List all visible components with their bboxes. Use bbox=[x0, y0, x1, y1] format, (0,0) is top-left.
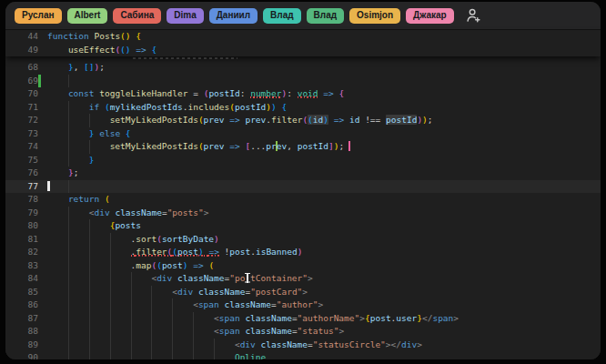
user-chip[interactable]: Сабина bbox=[113, 8, 161, 24]
code-text: <div className="posts"> bbox=[38, 207, 601, 220]
indent-guide bbox=[151, 339, 152, 352]
code-token: post bbox=[370, 313, 391, 323]
code-line[interactable]: 86 <span className="author"> bbox=[5, 298, 601, 312]
code-line[interactable]: 49 useEffect(() => { bbox=[5, 44, 601, 57]
line-number: 75 bbox=[5, 154, 38, 167]
indent-guide bbox=[214, 339, 215, 352]
code-token: ) bbox=[298, 247, 303, 257]
code-token: => bbox=[193, 260, 203, 270]
code-line[interactable]: 82 .filter((post) => !post.isBanned) bbox=[5, 246, 601, 259]
code-line[interactable]: 78 return ( bbox=[5, 193, 601, 207]
code-token: span bbox=[219, 313, 240, 323]
code-token: const bbox=[68, 88, 95, 98]
code-line[interactable]: 85 <div className="postCard"> bbox=[5, 286, 601, 299]
code-token: : bbox=[240, 88, 250, 98]
indent-guide bbox=[110, 246, 111, 259]
user-chip[interactable]: Osimjon bbox=[349, 8, 400, 24]
code-token: number bbox=[250, 88, 281, 98]
code-token bbox=[47, 62, 68, 72]
indent-guide bbox=[89, 272, 90, 286]
code-text: <span className="authorName">{post.user}… bbox=[38, 312, 601, 326]
code-text bbox=[38, 75, 601, 88]
indent-guide bbox=[68, 219, 69, 233]
indent-guide bbox=[68, 75, 69, 88]
user-chip[interactable]: Руслан bbox=[15, 8, 62, 24]
indent-guide bbox=[193, 312, 194, 326]
indent-guide bbox=[68, 339, 69, 352]
code-line[interactable]: 69 bbox=[5, 75, 601, 88]
user-chip[interactable]: Джакар bbox=[406, 8, 454, 24]
code-token: id bbox=[313, 115, 323, 125]
indent-guide bbox=[68, 207, 69, 220]
code-token: post bbox=[162, 260, 183, 270]
indent-guide bbox=[110, 298, 111, 312]
code-lines[interactable]: 68 }, []);6970 const toggleLikeHandler =… bbox=[5, 61, 601, 359]
code-token: post bbox=[177, 247, 198, 257]
code-token: => bbox=[323, 88, 333, 98]
code-line[interactable]: 90 Online bbox=[5, 351, 601, 359]
indent-guide bbox=[68, 286, 69, 299]
line-number: 44 bbox=[5, 30, 38, 44]
code-text: .filter((post) => !post.isBanned) bbox=[38, 246, 601, 259]
code-token: } bbox=[89, 155, 95, 165]
invite-user-button[interactable] bbox=[463, 5, 483, 25]
indent-guide bbox=[110, 312, 111, 326]
indent-guide bbox=[193, 351, 194, 359]
code-line[interactable]: 75 } bbox=[5, 154, 601, 167]
code-line[interactable]: 80 {posts bbox=[5, 219, 601, 233]
code-text: function Posts() { bbox=[38, 30, 601, 44]
code-text: if (mylikedPostIds.includes(postId)) { bbox=[38, 101, 601, 115]
user-chip[interactable]: Даниил bbox=[209, 8, 258, 24]
code-line[interactable]: 77 bbox=[5, 180, 601, 194]
code-line[interactable]: 88 <span className="status"> bbox=[5, 325, 601, 339]
indent-guide bbox=[68, 140, 69, 154]
code-text: <div className="potContainer"> bbox=[38, 272, 601, 286]
indent-guide bbox=[89, 233, 90, 247]
code-line[interactable]: 72 setMyLikedPostIds(prev => prev.filter… bbox=[5, 114, 601, 127]
code-token: { bbox=[338, 88, 344, 98]
code-token: map bbox=[136, 260, 151, 270]
code-token bbox=[47, 115, 110, 125]
code-token: => bbox=[334, 115, 344, 125]
code-token: </ bbox=[391, 339, 401, 349]
code-line[interactable]: 71 if (mylikedPostIds.includes(postId)) … bbox=[5, 101, 601, 115]
code-line[interactable]: 74 setMyLikedPostIds(prev => [...prev, p… bbox=[5, 140, 601, 154]
code-line[interactable]: 76 }; bbox=[5, 167, 601, 180]
code-token: className bbox=[115, 207, 161, 217]
code-text: const toggleLikeHandler = (postId: numbe… bbox=[38, 87, 601, 101]
code-token: Online bbox=[235, 352, 266, 359]
code-token: => bbox=[229, 141, 239, 151]
code-token: ev bbox=[277, 141, 287, 151]
code-token: </ bbox=[422, 313, 432, 323]
code-token: isBanned bbox=[256, 247, 298, 257]
sticky-scroll-lines[interactable]: 44function Posts() {49 useEffect(() => { bbox=[5, 30, 601, 56]
indent-guide bbox=[172, 312, 173, 326]
code-token: > bbox=[338, 326, 344, 336]
code-token: prev bbox=[245, 115, 266, 125]
code-line[interactable]: 89 <div className="statusCircle"></div> bbox=[5, 339, 601, 352]
user-chip[interactable]: Albert bbox=[67, 8, 108, 24]
user-chip[interactable]: Dima bbox=[167, 8, 203, 24]
code-line[interactable]: 79 <div className="posts"> bbox=[5, 207, 601, 220]
code-token: ) bbox=[198, 247, 204, 257]
code-text: }, []); bbox=[38, 61, 601, 75]
code-token: className bbox=[225, 299, 271, 309]
indent-guide bbox=[131, 325, 132, 339]
code-line[interactable]: 73 } else { bbox=[5, 127, 601, 141]
indent-guide bbox=[68, 272, 69, 286]
code-line[interactable]: 68 }, []); bbox=[5, 61, 601, 75]
code-token: "po bbox=[229, 273, 245, 283]
code-line[interactable]: 83 .map((post) => ( bbox=[5, 259, 601, 273]
code-line[interactable]: 44function Posts() { bbox=[5, 30, 601, 44]
user-chip[interactable]: Влад bbox=[263, 8, 300, 24]
code-line[interactable]: 70 const toggleLikeHandler = (postId: nu… bbox=[5, 87, 601, 101]
code-line[interactable]: 87 <span className="authorName">{post.us… bbox=[5, 312, 601, 326]
code-line[interactable]: 81 .sort(sortByDate) bbox=[5, 233, 601, 247]
code-token: className bbox=[261, 339, 308, 349]
code-token: ... bbox=[250, 141, 266, 151]
code-editor[interactable]: 44function Posts() {49 useEffect(() => {… bbox=[5, 30, 601, 359]
code-text: <div className="postCard"> bbox=[38, 286, 601, 299]
code-text: <span className="status"> bbox=[38, 325, 601, 339]
code-line[interactable]: 84 <div className="potContainer"> bbox=[5, 272, 601, 286]
user-chip[interactable]: Влад bbox=[307, 8, 344, 24]
